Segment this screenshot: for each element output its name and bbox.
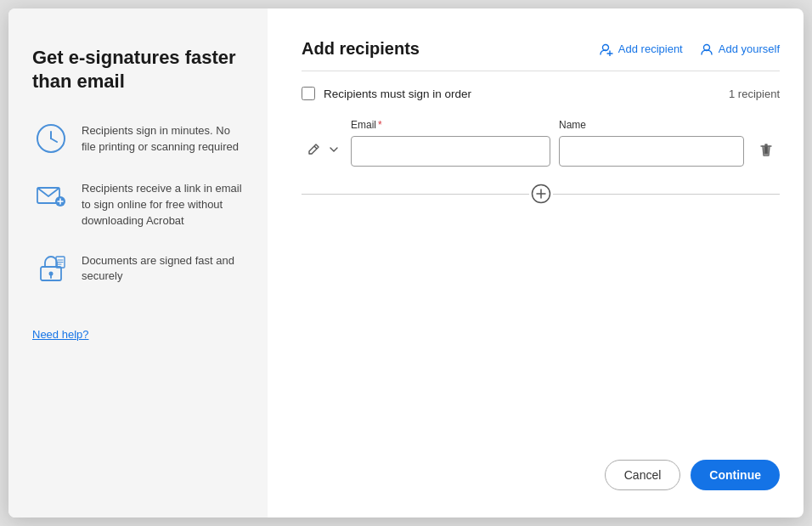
pen-icon: [307, 143, 320, 156]
add-yourself-icon: [700, 42, 713, 56]
svg-line-2: [51, 139, 57, 142]
name-field-group: Name: [559, 119, 744, 167]
checkbox-row: Recipients must sign in order 1 recipien…: [302, 87, 780, 100]
lock-icon: [32, 250, 70, 287]
trash-icon: [758, 142, 774, 157]
pen-button[interactable]: [302, 134, 325, 165]
add-yourself-label: Add yourself: [719, 42, 780, 55]
sign-in-order-checkbox[interactable]: [302, 87, 315, 100]
right-panel: Add recipients Add recipient: [268, 8, 804, 518]
add-recipient-button[interactable]: Add recipient: [600, 42, 683, 56]
continue-button[interactable]: Continue: [691, 460, 780, 490]
left-panel: Get e-signatures faster than email Recip…: [8, 8, 268, 518]
feature-text-lock: Documents are signed fast and securely: [82, 250, 244, 286]
email-input[interactable]: [351, 136, 550, 167]
chevron-down-icon: [330, 145, 338, 154]
sign-in-order-label[interactable]: Recipients must sign in order: [302, 87, 471, 100]
left-panel-title: Get e-signatures faster than email: [32, 46, 244, 93]
recipient-count: 1 recipient: [729, 88, 780, 100]
add-recipient-icon: [600, 42, 613, 56]
right-header: Add recipients Add recipient: [302, 39, 780, 59]
clock-icon: [32, 120, 70, 157]
feature-item-lock: Documents are signed fast and securely: [32, 250, 244, 287]
add-recipient-label: Add recipient: [618, 42, 683, 55]
header-actions: Add recipient Add yourself: [600, 42, 780, 56]
add-circle-button[interactable]: [529, 182, 553, 206]
pen-dropdown-button[interactable]: [325, 134, 342, 165]
sign-in-order-text: Recipients must sign in order: [324, 88, 471, 100]
svg-line-18: [314, 146, 317, 149]
email-field-group: Email*: [351, 119, 550, 167]
add-line-left: [302, 194, 529, 195]
pen-control: [302, 134, 342, 165]
email-label: Email*: [351, 119, 550, 131]
cancel-button[interactable]: Cancel: [605, 460, 681, 490]
bottom-actions: Cancel Continue: [302, 443, 780, 490]
name-label: Name: [559, 119, 744, 131]
add-circle-icon: [531, 184, 551, 204]
add-row: [302, 182, 780, 206]
delete-recipient-button[interactable]: [753, 134, 780, 165]
feature-item-envelope: Recipients receive a link in email to si…: [32, 178, 244, 229]
required-star: *: [378, 119, 382, 131]
recipient-row: Email* Name: [302, 119, 780, 167]
add-yourself-button[interactable]: Add yourself: [700, 42, 780, 56]
feature-text-clock: Recipients sign in minutes. No file prin…: [82, 120, 244, 156]
add-line-right: [553, 194, 781, 195]
feature-item-clock: Recipients sign in minutes. No file prin…: [32, 120, 244, 157]
name-input[interactable]: [559, 136, 744, 167]
header-divider: [302, 71, 780, 71]
envelope-icon: [32, 178, 70, 215]
need-help-link[interactable]: Need help?: [32, 328, 244, 341]
right-panel-title: Add recipients: [302, 39, 420, 59]
feature-text-envelope: Recipients receive a link in email to si…: [82, 178, 244, 229]
modal: Get e-signatures faster than email Recip…: [8, 8, 804, 518]
